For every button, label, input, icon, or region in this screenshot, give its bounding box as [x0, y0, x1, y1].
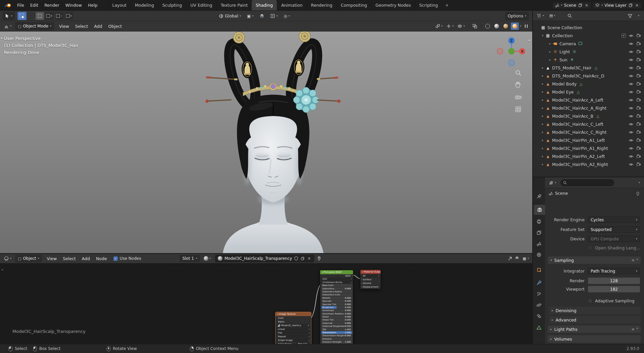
scene-selector[interactable]: ▾ Scene ×: [553, 2, 591, 8]
hide-viewport-eye-icon[interactable]: [629, 41, 634, 46]
zoom-button[interactable]: [514, 69, 523, 77]
hide-viewport-eye-icon[interactable]: [629, 73, 634, 78]
outliner-item-label[interactable]: Camera: [559, 41, 576, 46]
image-texture-node[interactable]: Image Texture Color Alpha Model3C_HairSc…: [275, 312, 311, 344]
outliner-row[interactable]: ▸ Model Body ✓: [533, 80, 644, 88]
fake-user-shield-icon[interactable]: [294, 256, 298, 261]
proportional-editing-dropdown[interactable]: ◎ ▾: [282, 12, 291, 20]
workspace-tab[interactable]: Shading: [252, 0, 277, 10]
workspace-tab[interactable]: UV Editing: [186, 0, 216, 10]
node-socket-row[interactable]: All: [361, 274, 380, 278]
outliner-row[interactable]: ▸ Model Eye ✓: [533, 88, 644, 96]
denoising-panel-header[interactable]: ▸ Denoising: [549, 307, 641, 314]
outliner-row[interactable]: Scene Collection ✓: [533, 23, 644, 32]
expand-arrow-icon[interactable]: ▸: [548, 50, 552, 53]
disable-render-camera-icon[interactable]: [636, 90, 641, 95]
hide-viewport-eye-icon[interactable]: [629, 65, 634, 70]
overlays-dropdown[interactable]: ▾: [456, 22, 466, 30]
disable-render-camera-icon[interactable]: [636, 146, 641, 151]
select-box-tool-button[interactable]: [17, 12, 27, 20]
workspace-tab[interactable]: Scripting: [415, 0, 442, 10]
outliner-item-label[interactable]: Model3C_HairPin_A1_Left: [552, 138, 605, 143]
node-socket-row[interactable]: Clearcoat Roughness 0.030: [321, 325, 352, 328]
outliner-item-label[interactable]: Model3C_HairPin_A1_Right: [552, 146, 608, 151]
feature-set-dropdown[interactable]: Supported: [588, 226, 640, 233]
hide-viewport-eye-icon[interactable]: [629, 90, 634, 95]
app-menu-item[interactable]: File: [14, 0, 27, 10]
outliner-row[interactable]: ▸ Model3C_HairPin_A1_Left ✓: [533, 136, 644, 144]
new-view-layer-icon[interactable]: [628, 3, 633, 8]
tab-scene[interactable]: [533, 239, 545, 249]
disable-render-camera-icon[interactable]: [636, 57, 641, 62]
pin-icon[interactable]: [317, 256, 321, 261]
node-socket-row[interactable]: Alpha: [277, 320, 310, 323]
hide-viewport-eye-icon[interactable]: [629, 49, 634, 54]
outliner-row[interactable]: ▸ Model3C_HairPin_A1_Right ✓: [533, 144, 644, 152]
light-paths-panel-header[interactable]: ▸ Light Paths ≡▾: [548, 326, 641, 333]
hide-viewport-eye-icon[interactable]: [629, 130, 634, 135]
node-socket-row[interactable]: Color: [277, 316, 310, 320]
shading-solid-button[interactable]: [493, 22, 501, 30]
node-socket-row[interactable]: Base Color: [321, 284, 352, 287]
node-header[interactable]: Material Output: [360, 270, 381, 274]
camera-view-button[interactable]: [514, 93, 523, 102]
workspace-tab[interactable]: Modeling: [131, 0, 158, 10]
outliner-row[interactable]: ▸ Model3C_HairPin_A2_Right ✓: [533, 160, 644, 168]
use-nodes-checkbox[interactable]: ✓ Use Nodes: [113, 256, 141, 261]
node-socket-row[interactable]: Sheen Tint 0.500: [321, 318, 352, 321]
display-mode-dropdown[interactable]: ▤ ▾: [548, 12, 557, 20]
view-layer-selector[interactable]: ▾ View Layer ×: [593, 2, 641, 8]
tab-render[interactable]: [534, 205, 545, 215]
workspace-tab[interactable]: Animation: [277, 0, 307, 10]
node-socket-row[interactable]: Subsurface Color: [321, 293, 352, 296]
node-socket-row[interactable]: Transmission 1.000: [321, 331, 352, 334]
integrator-dropdown[interactable]: Path Tracing: [588, 268, 640, 274]
node-socket-row[interactable]: Metallic 0.000: [321, 297, 352, 299]
workspace-tab[interactable]: Sculpting: [158, 0, 186, 10]
hide-viewport-eye-icon[interactable]: [629, 81, 634, 86]
tab-physics[interactable]: [533, 300, 545, 310]
unlink-scene-icon[interactable]: ×: [584, 3, 589, 8]
disable-render-camera-icon[interactable]: [636, 73, 641, 78]
expand-arrow-icon[interactable]: ▸: [540, 138, 545, 142]
hide-viewport-eye-icon[interactable]: [629, 122, 634, 127]
node-sidebar-expand-icon[interactable]: »: [1, 268, 3, 272]
expand-arrow-icon[interactable]: ▸: [540, 106, 545, 110]
snap-toggle-button[interactable]: [258, 12, 266, 20]
tab-world[interactable]: [533, 250, 545, 260]
disable-render-camera-icon[interactable]: [636, 130, 641, 135]
outliner-item-label[interactable]: Model3C_HairAcc_A_Left: [552, 98, 603, 103]
node-socket-row[interactable]: Flat: [277, 331, 310, 335]
outliner-item-label[interactable]: Model3C_HairPin_A2_Right: [552, 162, 608, 167]
material-browse-dropdown[interactable]: ▾: [202, 254, 212, 262]
shader-menu-item[interactable]: Select: [60, 254, 79, 263]
chevron-down-icon[interactable]: ▾: [637, 258, 638, 262]
hide-viewport-eye-icon[interactable]: [629, 57, 634, 62]
chevron-down-icon[interactable]: ▾: [639, 181, 640, 184]
disable-render-camera-icon[interactable]: [636, 98, 641, 103]
tab-modifiers[interactable]: [533, 278, 545, 288]
node-socket-row[interactable]: Linear: [277, 328, 310, 331]
outliner-row[interactable]: ▸ Model3C_HairPin_A2_Left ✓: [533, 152, 644, 160]
outliner-row[interactable]: ▸ Model3C_HairAcc_A_Right ✓: [533, 104, 644, 112]
sidebar-expand-icon[interactable]: ◂: [528, 38, 530, 42]
expand-arrow-icon[interactable]: ▸: [548, 58, 552, 61]
snap-icon[interactable]: [514, 256, 519, 261]
tab-tool[interactable]: [533, 191, 545, 201]
navigation-gizmo[interactable]: Z X: [495, 35, 528, 67]
select-mode-set-button[interactable]: [36, 12, 44, 20]
disable-render-camera-icon[interactable]: [636, 154, 641, 159]
render-engine-dropdown[interactable]: Cycles: [588, 217, 640, 223]
volumes-panel-header[interactable]: ▸ Volumes: [548, 335, 641, 343]
chevron-down-icon[interactable]: ▾: [638, 14, 639, 17]
viewport-3d[interactable]: ▸ User Perspective(1) Collection | DTS_M…: [0, 32, 532, 253]
pivot-point-dropdown[interactable]: ▣ ▾: [246, 12, 255, 20]
workspace-tab[interactable]: Layout: [108, 0, 131, 10]
app-menu-item[interactable]: Edit: [27, 0, 41, 10]
node-socket-row[interactable]: Volume: [361, 282, 380, 285]
node-socket-row[interactable]: Transmission Roughness 0.000: [321, 334, 352, 337]
outliner-row[interactable]: ▸ Light ✓: [533, 48, 644, 56]
new-scene-icon[interactable]: [578, 3, 583, 8]
shader-node-canvas[interactable]: » Principled BSDF BSDF GGX Christensen-B…: [0, 263, 532, 344]
expand-arrow-icon[interactable]: ▸: [540, 122, 545, 126]
